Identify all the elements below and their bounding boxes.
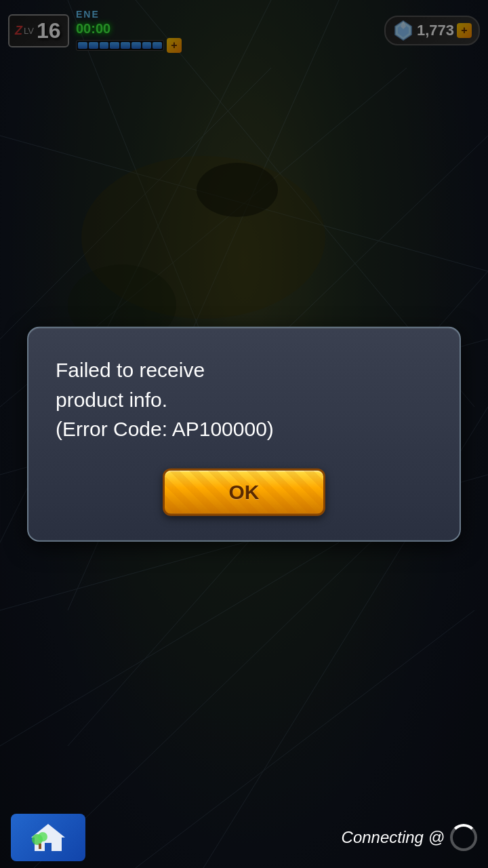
- error-dialog: Failed to receiveproduct info.(Error Cod…: [27, 327, 461, 542]
- home-icon: [28, 821, 68, 854]
- svg-rect-24: [39, 844, 41, 849]
- svg-point-23: [38, 832, 47, 842]
- ok-button-label: OK: [229, 480, 260, 502]
- connecting-section: Connecting @: [342, 824, 477, 851]
- ok-button[interactable]: OK: [163, 468, 325, 515]
- connecting-spinner: [450, 824, 477, 851]
- home-badge[interactable]: [11, 814, 85, 861]
- connecting-text: Connecting @: [342, 828, 445, 847]
- dialog-message: Failed to receiveproduct info.(Error Cod…: [56, 355, 432, 444]
- bottom-bar: Connecting @: [0, 807, 488, 868]
